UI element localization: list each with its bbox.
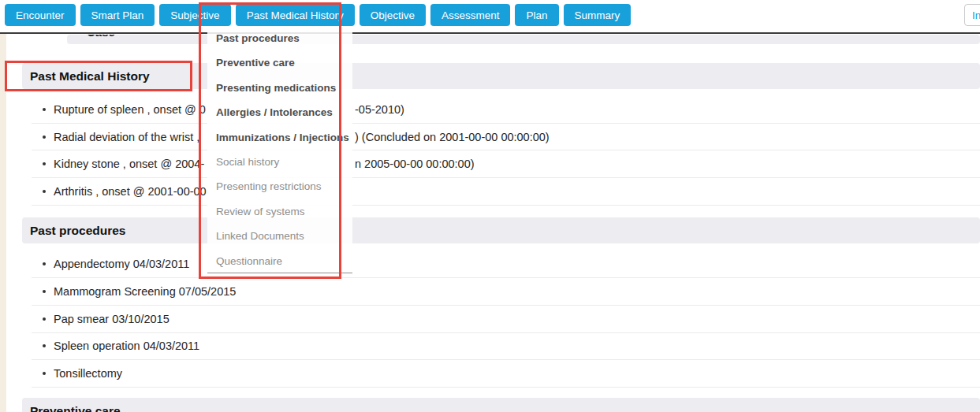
- nav-tab-smart-plan[interactable]: Smart Plan: [80, 4, 155, 26]
- left-margin-strip: [0, 34, 6, 412]
- bullet-icon: [43, 317, 46, 321]
- list-item-text: Appendectomy 04/03/2011: [54, 258, 189, 270]
- dropdown-item-questionnaire[interactable]: Questionnaire: [207, 249, 352, 273]
- nav-tab-assessment[interactable]: Assessment: [430, 4, 511, 26]
- section-title: Past Medical History: [22, 63, 980, 89]
- bullet-icon: [43, 190, 46, 193]
- list-item-text: Pap smear 03/10/2015: [54, 313, 170, 325]
- section-header-past-medical-history: Past Medical History: [22, 63, 980, 89]
- list-item-text: Radial deviation of the wrist ,: [54, 131, 199, 143]
- section-header-past-procedures: Past procedures: [22, 217, 980, 243]
- section-list-past-medical-history: Rupture of spleen , onset @ 0-05-2010)Ra…: [32, 96, 980, 206]
- list-item-text-right: ) (Concluded on 2001-00-00 00:00:00): [355, 131, 550, 143]
- dropdown-item-past-procedures[interactable]: Past procedures: [207, 26, 352, 50]
- list-item-text-right: n 2005-00-00 00:00:00): [355, 158, 475, 170]
- bullet-icon: [43, 108, 46, 111]
- bullet-icon: [43, 162, 46, 165]
- dropdown-item-immunizations-injections[interactable]: Immunizations / Injections: [207, 125, 352, 150]
- list-item-text: Arthritis , onset @ 2001-00-00: [54, 185, 207, 198]
- list-item-text: Mammogram Screening 07/05/2015: [54, 285, 236, 298]
- bullet-icon: [43, 262, 46, 265]
- nav-tabs: EncounterSmart PlanSubjectivePast Medica…: [0, 0, 980, 26]
- scrolled-section-bar: Case: [67, 35, 980, 44]
- scrolled-section-label: Case: [87, 35, 115, 39]
- bullet-icon: [43, 135, 46, 139]
- list-item: Kidney stone , onset @ 2004-n 2005-00-00…: [32, 150, 980, 178]
- dropdown-item-review-of-systems[interactable]: Review of systems: [207, 199, 352, 224]
- dropdown-item-allergies-intolerances[interactable]: Allergies / Intolerances: [207, 100, 352, 124]
- list-item: Mammogram Screening 07/05/2015: [32, 278, 980, 306]
- list-item: Appendectomy 04/03/2011: [32, 251, 980, 279]
- past-medical-history-dropdown: Past proceduresPreventive carePresenting…: [207, 26, 352, 273]
- list-item: Spleen operation 04/03/2011: [32, 333, 980, 361]
- list-item: Rupture of spleen , onset @ 0-05-2010): [32, 96, 980, 124]
- bullet-icon: [43, 290, 46, 293]
- list-item: Pap smear 03/10/2015: [32, 306, 980, 333]
- top-navbar: EncounterSmart PlanSubjectivePast Medica…: [0, 0, 980, 34]
- dropdown-item-linked-documents[interactable]: Linked Documents: [207, 224, 352, 248]
- int-button[interactable]: Int: [964, 4, 980, 26]
- nav-tab-summary[interactable]: Summary: [564, 4, 632, 26]
- list-item-text: Kidney stone , onset @ 2004-: [54, 158, 204, 170]
- page: Case Past Medical HistoryRupture of sple…: [0, 0, 980, 412]
- list-item: Radial deviation of the wrist , ) (Concl…: [32, 124, 980, 151]
- nav-tab-encounter[interactable]: Encounter: [5, 4, 76, 26]
- list-item-text: Tonsillectomy: [54, 367, 122, 380]
- nav-tab-past-medical-history[interactable]: Past Medical History: [236, 4, 355, 26]
- nav-tab-subjective[interactable]: Subjective: [159, 4, 230, 26]
- dropdown-item-presenting-medications[interactable]: Presenting medications: [207, 76, 352, 100]
- list-item-text-right: -05-2010): [355, 103, 404, 116]
- list-item: Arthritis , onset @ 2001-00-00: [32, 178, 980, 206]
- list-item-text: Rupture of spleen , onset @ 0: [54, 103, 206, 116]
- list-item: Tonsillectomy: [32, 360, 980, 388]
- section-title: Past procedures: [22, 217, 980, 243]
- nav-tab-plan[interactable]: Plan: [515, 4, 558, 26]
- dropdown-item-presenting-restrictions[interactable]: Presenting restrictions: [207, 174, 352, 199]
- section-list-past-procedures: Appendectomy 04/03/2011Mammogram Screeni…: [32, 251, 980, 388]
- nav-tab-objective[interactable]: Objective: [360, 4, 426, 26]
- bullet-icon: [43, 344, 46, 347]
- bullet-icon: [43, 372, 46, 375]
- dropdown-item-preventive-care[interactable]: Preventive care: [207, 50, 352, 75]
- section-title: Preventive care: [22, 398, 980, 412]
- list-item-text: Spleen operation 04/03/2011: [54, 340, 199, 352]
- section-header-preventive-care: Preventive care: [22, 398, 980, 412]
- dropdown-item-social-history[interactable]: Social history: [207, 150, 352, 174]
